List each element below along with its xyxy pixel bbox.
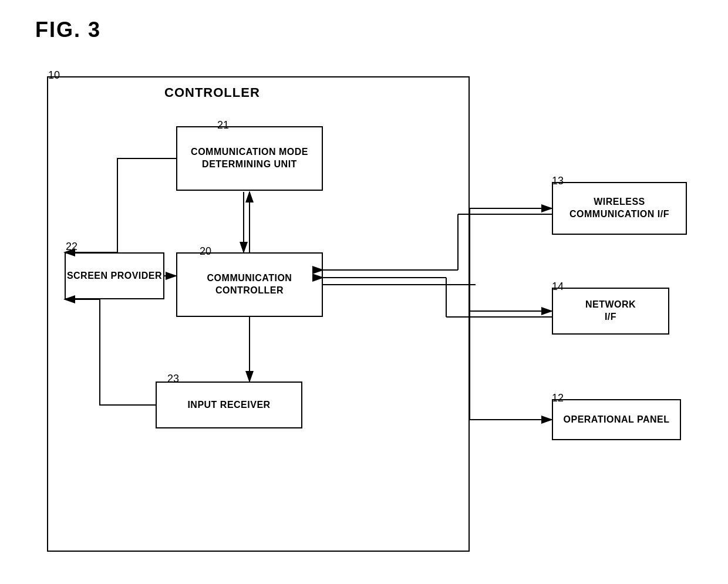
network-if-label: NETWORKI/F [585,299,636,323]
network-if-box: NETWORKI/F [552,288,669,335]
ref-20: 20 [200,245,211,258]
ref-10: 10 [48,69,60,82]
communication-controller-label: COMMUNICATIONCONTROLLER [207,272,292,297]
ref-22: 22 [66,241,77,253]
controller-label: CONTROLLER [164,85,260,100]
ref-13: 13 [552,175,564,187]
screen-provider-label: SCREEN PROVIDER [67,270,162,282]
wireless-comm-label: WIRELESSCOMMUNICATION I/F [569,196,669,221]
ref-21: 21 [217,119,229,131]
ref-14: 14 [552,281,564,293]
communication-controller-box: COMMUNICATIONCONTROLLER [176,252,323,317]
ref-12: 12 [552,392,564,404]
screen-provider-box: SCREEN PROVIDER [65,252,164,299]
diagram-container: FIG. 3 CONTROLLER 10 COMMUNICATION MODED… [0,0,728,584]
input-receiver-box: INPUT RECEIVER [156,382,302,428]
wireless-comm-box: WIRELESSCOMMUNICATION I/F [552,182,687,235]
communication-mode-box: COMMUNICATION MODEDETERMINING UNIT [176,126,323,191]
input-receiver-label: INPUT RECEIVER [187,399,270,411]
ref-23: 23 [167,373,179,385]
operational-panel-box: OPERATIONAL PANEL [552,399,681,440]
figure-title: FIG. 3 [35,18,101,42]
communication-mode-label: COMMUNICATION MODEDETERMINING UNIT [191,146,308,171]
operational-panel-label: OPERATIONAL PANEL [564,414,670,426]
